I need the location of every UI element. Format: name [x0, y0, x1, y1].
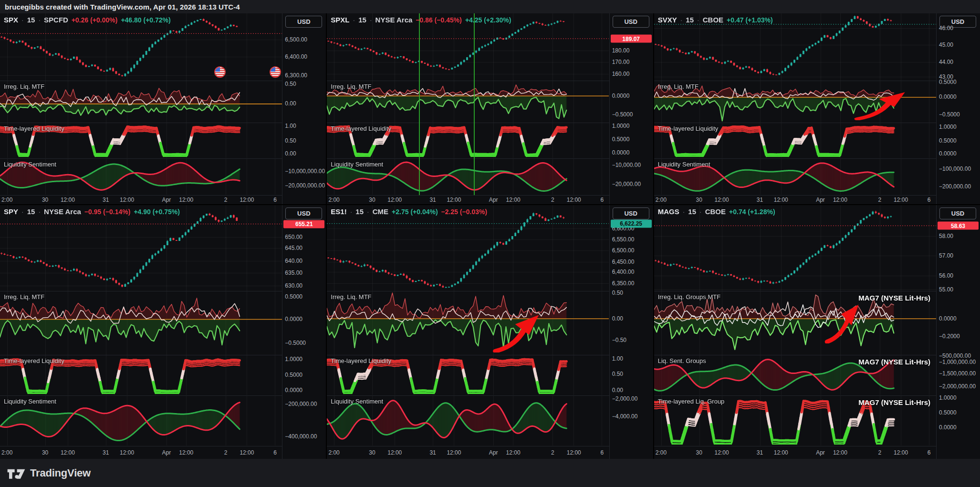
symbol-legend[interactable]: ES1! · 15 · CME +2.75 (+0.04%) −2.25 (−0…: [331, 207, 487, 216]
change-session: +4.25 (+2.30%): [465, 16, 511, 24]
time-tick-label: 12:00: [447, 197, 461, 203]
price-scale[interactable]: USD 180.00170.00160.000.0000−0.50001.000…: [609, 13, 653, 204]
symbol-legend[interactable]: SVXY · 15 · CBOE +0.47 (+1.03%): [658, 16, 773, 24]
price-pane[interactable]: SPXL · 15 · NYSE Arca −0.86 (−0.45%) +4.…: [327, 13, 609, 81]
indicator-label[interactable]: Irreg. Liq. MTF: [331, 293, 371, 300]
indicator-label[interactable]: Time-layered Liquidity: [658, 125, 719, 132]
change-session: −2.25 (−0.03%): [441, 208, 488, 216]
axis-tick-label: −20,000.00: [612, 181, 641, 187]
axis-tick-label: 0.0000: [612, 93, 630, 99]
indicator-label[interactable]: Time-layered Liquidity: [331, 125, 391, 132]
indicator-pane-1[interactable]: Irreg. Liq. MTF: [654, 81, 936, 123]
plot-area[interactable]: SPY · 15 · NYSE Arca −0.95 (−0.14%) +4.9…: [0, 205, 282, 459]
annotation-arrow-icon[interactable]: [490, 314, 544, 352]
plot-area[interactable]: MAGS · 15 · CBOE +0.74 (+1.28%) Irreg. L…: [654, 205, 936, 459]
currency-button[interactable]: USD: [285, 207, 322, 219]
axis-tick-label: −400,000.00: [285, 433, 317, 440]
indicator-label[interactable]: Liquidity Sentiment: [4, 161, 56, 168]
time-tick-label: 12:00: [506, 197, 521, 203]
indicator-label[interactable]: Irreg. Liq. Groups MTF: [658, 293, 720, 300]
indicator-pane-3[interactable]: Liquidity Sentiment: [0, 395, 282, 446]
price-scale[interactable]: USD 6,600.006,550.006,500.006,450.006,40…: [609, 205, 653, 459]
axis-tick-label: 6,500.00: [285, 36, 307, 43]
indicator-pane-1[interactable]: Irreg. Liq. MTF: [0, 81, 282, 123]
indicator-label[interactable]: Liq. Sent. Groups: [658, 357, 706, 364]
us-flag-event-icon[interactable]: [270, 66, 281, 78]
time-axis[interactable]: 2:003012:003112:00Apr12:00212:006: [0, 195, 282, 204]
tradingview-logo-icon[interactable]: [7, 467, 26, 479]
symbol-interval: 15: [27, 16, 35, 24]
indicator-label[interactable]: Irreg. Liq. MTF: [658, 83, 699, 90]
indicator-pane-1[interactable]: Irreg. Liq. MTF: [327, 81, 609, 123]
vertical-line-drawing[interactable]: [474, 13, 475, 195]
currency-button[interactable]: USD: [613, 16, 649, 28]
indicator-pane-3[interactable]: Time-layered Liq. Group MAG7 (NYSE Lit-H…: [654, 395, 936, 446]
currency-button[interactable]: USD: [939, 207, 976, 219]
plot-area[interactable]: SPX · 15 · SPCFD +0.26 (+0.00%) +46.80 (…: [0, 13, 282, 204]
indicator-pane-3[interactable]: Liquidity Sentiment: [654, 158, 936, 195]
currency-button[interactable]: USD: [613, 207, 649, 219]
indicator-label[interactable]: Irreg. Liq. MTF: [4, 293, 44, 300]
time-axis[interactable]: 2:003012:003112:00Apr12:00212:006: [327, 446, 609, 459]
annotation-arrow-icon[interactable]: [823, 304, 863, 343]
axis-tick-label: −0.50: [612, 337, 626, 343]
us-flag-event-icon[interactable]: [214, 66, 226, 78]
legend-separator: ·: [697, 16, 699, 24]
indicator-pane-1[interactable]: Irreg. Liq. MTF: [0, 291, 282, 355]
indicator-label[interactable]: Liquidity Sentiment: [4, 398, 56, 405]
price-scale[interactable]: USD 650.00645.00640.00635.00630.000.5000…: [282, 205, 326, 459]
time-tick-label: 12:00: [506, 449, 521, 456]
indicator-pane-2[interactable]: Time-layered Liquidity: [0, 123, 282, 158]
indicator-pane-2[interactable]: Time-layered Liquidity: [327, 355, 609, 395]
axis-tick-label: 0.00: [285, 100, 296, 107]
indicator-pane-1[interactable]: Irreg. Liq. MTF: [327, 291, 609, 355]
currency-button[interactable]: USD: [285, 16, 322, 28]
symbol-legend[interactable]: SPY · 15 · NYSE Arca −0.95 (−0.14%) +4.9…: [4, 207, 180, 216]
indicator-pane-3[interactable]: Liquidity Sentiment: [327, 395, 609, 446]
legend-separator: ·: [353, 16, 355, 24]
indicator-label[interactable]: Time-layered Liquidity: [4, 357, 64, 364]
symbol-legend[interactable]: SPX · 15 · SPCFD +0.26 (+0.00%) +46.80 (…: [4, 16, 171, 24]
price-pane[interactable]: SVXY · 15 · CBOE +0.47 (+1.03%): [654, 13, 936, 81]
indicator-label[interactable]: Irreg. Liq. MTF: [4, 83, 44, 90]
time-tick-label: 12:00: [240, 197, 254, 203]
indicator-label[interactable]: Liquidity Sentiment: [331, 161, 383, 168]
indicator-label[interactable]: Time-layered Liq. Group: [658, 398, 725, 405]
axis-tick-label: 1.0000: [939, 124, 957, 130]
symbol-legend[interactable]: SPXL · 15 · NYSE Arca −0.86 (−0.45%) +4.…: [331, 16, 511, 24]
tradingview-logo-text[interactable]: TradingView: [30, 467, 91, 479]
indicator-pane-2[interactable]: Time-layered Liquidity: [0, 355, 282, 395]
time-axis[interactable]: 2:003012:003112:00Apr12:00212:006: [0, 446, 282, 459]
plot-area[interactable]: SVXY · 15 · CBOE +0.47 (+1.03%) Irreg. L…: [654, 13, 936, 204]
vertical-line-drawing[interactable]: [419, 13, 420, 195]
price-scale[interactable]: USD 58.0057.0056.0055.000.0000−0.2000−50…: [936, 205, 980, 459]
price-scale[interactable]: USD 46.0045.0044.0043.000.50000.0000−0.5…: [936, 13, 980, 204]
price-pane[interactable]: SPY · 15 · NYSE Arca −0.95 (−0.14%) +4.9…: [0, 205, 282, 291]
plot-area[interactable]: SPXL · 15 · NYSE Arca −0.86 (−0.45%) +4.…: [327, 13, 609, 204]
axis-tick-label: 0.50: [285, 81, 296, 87]
indicator-label[interactable]: Liquidity Sentiment: [658, 161, 710, 168]
price-pane[interactable]: MAGS · 15 · CBOE +0.74 (+1.28%): [654, 205, 936, 291]
indicator-label[interactable]: Liquidity Sentiment: [331, 398, 383, 405]
axis-tick-label: 56.00: [939, 272, 953, 279]
indicator-pane-3[interactable]: Liquidity Sentiment: [0, 158, 282, 195]
indicator-pane-2[interactable]: Time-layered Liquidity: [654, 123, 936, 158]
axis-tick-label: 635.00: [285, 269, 302, 276]
indicator-label[interactable]: Irreg. Liq. MTF: [331, 83, 371, 90]
indicator-pane-1[interactable]: Irreg. Liq. Groups MTF MAG7 (NYSE Lit-Hr…: [654, 291, 936, 355]
time-axis[interactable]: 2:003012:003112:00Apr12:00212:006: [654, 195, 936, 204]
time-axis[interactable]: 2:003012:003112:00Apr12:00212:006: [654, 446, 936, 459]
price-scale[interactable]: USD 6,500.006,400.006,300.000.500.001.00…: [282, 13, 326, 204]
indicator-pane-2[interactable]: Time-layered Liquidity: [327, 123, 609, 158]
indicator-label[interactable]: Time-layered Liquidity: [331, 357, 391, 364]
indicator-pane-2[interactable]: Liq. Sent. Groups MAG7 (NYSE Lit-Hrs): [654, 355, 936, 395]
price-pane[interactable]: SPX · 15 · SPCFD +0.26 (+0.00%) +46.80 (…: [0, 13, 282, 81]
time-axis[interactable]: 2:003012:003112:00Apr12:00212:006: [327, 195, 609, 204]
plot-area[interactable]: ES1! · 15 · CME +2.75 (+0.04%) −2.25 (−0…: [327, 205, 609, 459]
indicator-label[interactable]: Time-layered Liquidity: [4, 125, 64, 132]
indicator-pane-3[interactable]: Liquidity Sentiment: [327, 158, 609, 195]
last-price-tag: 655.21: [283, 220, 324, 228]
symbol-legend[interactable]: MAGS · 15 · CBOE +0.74 (+1.28%): [658, 207, 775, 216]
annotation-arrow-icon[interactable]: [852, 92, 911, 120]
price-pane[interactable]: ES1! · 15 · CME +2.75 (+0.04%) −2.25 (−0…: [327, 205, 609, 291]
